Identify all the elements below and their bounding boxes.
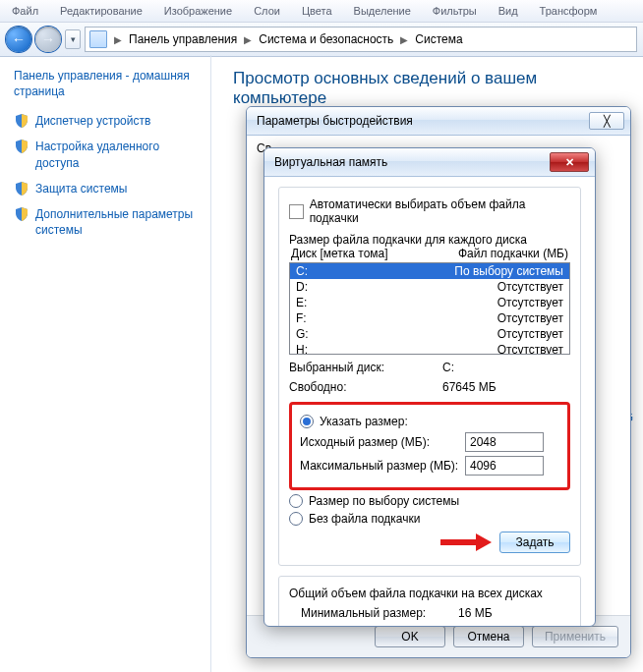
annotation-arrow-icon (440, 535, 492, 549)
highlight-box: Указать размер: Исходный размер (МБ): Ма… (289, 402, 570, 490)
menu-item[interactable]: Выделение (354, 5, 411, 17)
menu-item[interactable]: Фильтры (433, 5, 477, 17)
min-size-value: 16 МБ (458, 606, 493, 620)
menu-item[interactable]: Вид (498, 5, 518, 17)
page-title: Просмотр основных сведений о вашем компь… (233, 69, 627, 108)
column-pagefile: Файл подкачки (МБ) (458, 247, 568, 260)
maximum-size-input[interactable] (465, 456, 544, 476)
menu-item[interactable]: Редактирование (60, 5, 143, 17)
custom-size-label: Указать размер: (320, 415, 408, 428)
forward-button: → (35, 27, 61, 52)
shield-icon (14, 206, 29, 222)
apply-button: Применить (532, 626, 618, 647)
sidebar-item-remote[interactable]: Настройка удаленного доступа (14, 139, 201, 170)
chevron-right-icon: ▶ (243, 34, 253, 45)
custom-size-radio[interactable] (300, 415, 314, 428)
explorer-navbar: ← → ▾ ▶ Панель управления ▶ Система и бе… (0, 23, 643, 57)
drive-row[interactable]: H:Отсутствует (290, 342, 569, 355)
sidebar: Панель управления - домашняя страница Ди… (0, 55, 210, 672)
sidebar-item-label: Дополнительные параметры системы (35, 206, 201, 238)
no-pagefile-radio[interactable] (289, 512, 303, 526)
close-icon[interactable]: ✕ (550, 152, 589, 172)
pagefile-group: Автоматически выбирать объем файла подка… (278, 187, 581, 566)
sidebar-item-label: Настройка удаленного доступа (35, 139, 201, 170)
history-dropdown[interactable]: ▾ (65, 29, 81, 49)
recommended-value: 12193 МБ (458, 624, 512, 627)
no-pagefile-label: Без файла подкачки (309, 512, 420, 526)
recommended-label: Рекомендуется: (301, 624, 458, 627)
selected-drive-value: C: (442, 361, 454, 374)
sidebar-item-label: Диспетчер устройств (35, 113, 150, 129)
menu-item[interactable]: Файл (12, 5, 38, 17)
system-managed-label: Размер по выбору системы (309, 494, 459, 508)
chevron-right-icon: ▶ (399, 34, 409, 45)
control-panel-icon (89, 30, 107, 48)
sidebar-item-advanced[interactable]: Дополнительные параметры системы (14, 206, 201, 238)
free-space-value: 67645 МБ (442, 380, 497, 394)
shield-icon (14, 139, 29, 154)
dialog-titlebar[interactable]: Параметры быстродействия ╳ (247, 107, 630, 136)
free-space-label: Свободно: (289, 380, 437, 394)
dialog-title: Параметры быстродействия (257, 114, 413, 128)
menu-item[interactable]: Трансформ (540, 5, 598, 17)
chevron-right-icon: ▶ (113, 34, 123, 45)
drive-listbox[interactable]: C:По выбору системы D:Отсутствует E:Отсу… (289, 262, 570, 355)
breadcrumb-item[interactable]: Система и безопасность (259, 32, 393, 46)
menu-item[interactable]: Слои (254, 5, 280, 17)
sidebar-item-label: Защита системы (35, 181, 127, 196)
drive-row[interactable]: C:По выбору системы (290, 263, 569, 279)
ok-button[interactable]: OK (375, 626, 445, 647)
drive-row[interactable]: D:Отсутствует (290, 279, 569, 295)
column-drive: Диск [метка тома] (291, 247, 388, 260)
breadcrumb-item[interactable]: Панель управления (129, 32, 237, 46)
set-button[interactable]: Задать (499, 532, 570, 553)
totals-group: Общий объем файла подкачки на всех диска… (278, 576, 581, 627)
close-icon[interactable]: ╳ (589, 112, 624, 130)
menu-item[interactable]: Изображение (164, 5, 232, 17)
sidebar-item-device-manager[interactable]: Диспетчер устройств (14, 113, 201, 129)
back-button[interactable]: ← (6, 27, 31, 52)
menu-item[interactable]: Цвета (302, 5, 332, 17)
drive-row[interactable]: F:Отсутствует (290, 310, 569, 326)
drive-list-label: Размер файла подкачки для каждого диска (289, 233, 570, 247)
drive-row[interactable]: G:Отсутствует (290, 326, 569, 342)
initial-size-label: Исходный размер (МБ): (300, 435, 465, 449)
initial-size-input[interactable] (465, 432, 544, 452)
totals-title: Общий объем файла подкачки на всех диска… (289, 587, 570, 600)
drive-row[interactable]: E:Отсутствует (290, 295, 569, 310)
maximum-size-label: Максимальный размер (МБ): (300, 459, 465, 473)
auto-manage-label: Автоматически выбирать объем файла подка… (310, 197, 570, 225)
sidebar-home-link[interactable]: Панель управления - домашняя страница (14, 69, 201, 99)
app-menu-bar: Файл Редактирование Изображение Слои Цве… (0, 0, 643, 23)
system-managed-radio[interactable] (289, 494, 303, 508)
virtual-memory-dialog: Виртуальная память ✕ Автоматически выбир… (263, 147, 596, 627)
selected-drive-label: Выбранный диск: (289, 361, 437, 374)
auto-manage-checkbox[interactable] (289, 204, 304, 219)
breadcrumb[interactable]: ▶ Панель управления ▶ Система и безопасн… (85, 27, 637, 52)
sidebar-item-protection[interactable]: Защита системы (14, 181, 201, 196)
min-size-label: Минимальный размер: (301, 606, 458, 620)
shield-icon (14, 113, 29, 129)
dialog-title: Виртуальная память (274, 155, 387, 169)
dialog-titlebar[interactable]: Виртуальная память ✕ (264, 148, 595, 177)
shield-icon (14, 181, 29, 196)
cancel-button[interactable]: Отмена (453, 626, 524, 647)
breadcrumb-item[interactable]: Система (415, 32, 462, 46)
